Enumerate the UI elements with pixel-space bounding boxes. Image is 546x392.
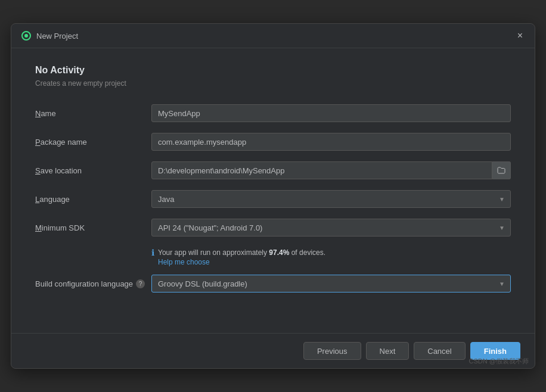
section-subtitle: Creates a new empty project <box>35 79 511 88</box>
save-location-row: Save location <box>35 161 511 179</box>
name-row: Name <box>35 104 511 122</box>
package-name-row: Package name <box>35 133 511 151</box>
new-project-dialog: New Project × No Activity Creates a new … <box>11 23 535 369</box>
title-bar: New Project × <box>11 24 535 48</box>
info-row: ℹ Your app will run on approximately 97.… <box>151 247 511 266</box>
build-config-row: Build configuration language ? Groovy DS… <box>35 275 511 293</box>
dialog-title: New Project <box>36 32 510 41</box>
package-name-label: Package name <box>35 138 151 147</box>
name-input[interactable] <box>151 104 511 122</box>
build-config-help-icon[interactable]: ? <box>136 279 145 288</box>
minimum-sdk-row: Minimum SDK API 24 ("Nougat"; Android 7.… <box>35 219 511 237</box>
build-config-select-wrapper: Groovy DSL (build.gradle) Kotlin DSL (bu… <box>151 275 511 293</box>
minimum-sdk-select-wrapper: API 24 ("Nougat"; Android 7.0) API 21 ("… <box>151 219 511 237</box>
info-icon: ℹ <box>151 248 154 257</box>
browse-folder-button[interactable] <box>492 161 511 179</box>
save-location-label: Save location <box>35 166 151 175</box>
language-label: Language <box>35 195 151 204</box>
next-button[interactable]: Next <box>366 342 410 360</box>
name-label: Name <box>35 109 151 118</box>
folder-icon <box>497 167 505 174</box>
previous-button[interactable]: Previous <box>303 342 361 360</box>
svg-point-1 <box>24 34 28 38</box>
language-row: Language Java Kotlin ▼ <box>35 190 511 208</box>
info-message: Your app will run on approximately 97.4%… <box>158 248 325 257</box>
help-me-choose-link[interactable]: Help me choose <box>158 258 210 266</box>
cancel-button[interactable]: Cancel <box>414 342 465 360</box>
save-location-field-group <box>151 161 511 179</box>
build-config-label: Build configuration language ? <box>35 279 151 288</box>
close-button[interactable]: × <box>515 30 525 42</box>
build-config-select[interactable]: Groovy DSL (build.gradle) Kotlin DSL (bu… <box>151 275 511 293</box>
minimum-sdk-select[interactable]: API 24 ("Nougat"; Android 7.0) API 21 ("… <box>151 219 511 237</box>
section-title: No Activity <box>35 65 511 76</box>
package-name-input[interactable] <box>151 133 511 151</box>
dialog-content: No Activity Creates a new empty project … <box>11 48 535 333</box>
info-text: Your app will run on approximately 97.4%… <box>158 247 325 266</box>
android-studio-icon <box>21 30 32 41</box>
watermark: CSDN @假装我不师 <box>469 357 529 366</box>
language-select-wrapper: Java Kotlin ▼ <box>151 190 511 208</box>
save-location-input[interactable] <box>151 161 492 179</box>
info-percentage: 97.4% <box>269 248 289 257</box>
dialog-footer: Previous Next Cancel Finish <box>11 333 535 368</box>
minimum-sdk-label: Minimum SDK <box>35 223 151 232</box>
language-select[interactable]: Java Kotlin <box>151 190 511 208</box>
